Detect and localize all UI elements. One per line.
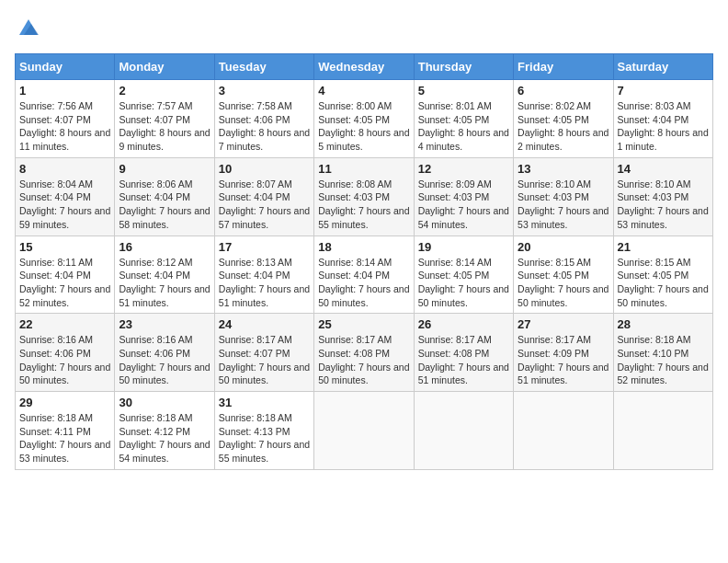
calendar-cell: 10 Sunrise: 8:07 AM Sunset: 4:04 PM Dayl… (214, 157, 313, 236)
sunrise-text: Sunrise: 8:10 AM (618, 178, 691, 190)
calendar-cell: 24 Sunrise: 8:17 AM Sunset: 4:07 PM Dayl… (214, 314, 313, 392)
day-info: Sunrise: 8:18 AM Sunset: 4:10 PM Dayligh… (618, 333, 709, 387)
calendar-cell: 11 Sunrise: 8:08 AM Sunset: 4:03 PM Dayl… (314, 157, 414, 236)
sunset-text: Sunset: 4:03 PM (418, 191, 490, 202)
day-number: 30 (119, 396, 210, 409)
day-number: 2 (119, 84, 210, 98)
day-number: 19 (418, 240, 509, 254)
daylight-text: Daylight: 7 hours and 55 minutes. (318, 205, 409, 230)
calendar-cell: 29 Sunrise: 8:18 AM Sunset: 4:11 PM Dayl… (16, 392, 115, 470)
day-info: Sunrise: 8:15 AM Sunset: 4:05 PM Dayligh… (618, 256, 709, 310)
daylight-text: Daylight: 8 hours and 2 minutes. (518, 127, 609, 152)
sunrise-text: Sunrise: 8:07 AM (219, 178, 292, 190)
calendar-cell: 7 Sunrise: 8:03 AM Sunset: 4:04 PM Dayli… (613, 80, 712, 158)
calendar-cell: 12 Sunrise: 8:09 AM Sunset: 4:03 PM Dayl… (414, 157, 513, 236)
sunset-text: Sunset: 4:05 PM (318, 114, 390, 125)
sunrise-text: Sunrise: 8:02 AM (518, 100, 591, 111)
day-info: Sunrise: 8:01 AM Sunset: 4:05 PM Dayligh… (418, 99, 509, 154)
daylight-text: Daylight: 7 hours and 57 minutes. (219, 205, 310, 230)
day-number: 16 (119, 240, 210, 254)
daylight-text: Daylight: 7 hours and 53 minutes. (518, 205, 609, 230)
sunrise-text: Sunrise: 8:14 AM (318, 257, 392, 268)
day-info: Sunrise: 8:14 AM Sunset: 4:04 PM Dayligh… (318, 256, 409, 310)
header-cell-saturday: Saturday (613, 54, 712, 80)
day-info: Sunrise: 8:18 AM Sunset: 4:12 PM Dayligh… (119, 411, 210, 465)
sunset-text: Sunset: 4:06 PM (19, 348, 91, 359)
header-cell-monday: Monday (115, 54, 214, 80)
sunrise-text: Sunrise: 8:10 AM (518, 178, 591, 190)
calendar-body: 1 Sunrise: 7:56 AM Sunset: 4:07 PM Dayli… (16, 80, 713, 470)
sunrise-text: Sunrise: 8:18 AM (19, 412, 93, 423)
day-info: Sunrise: 8:17 AM Sunset: 4:08 PM Dayligh… (318, 333, 409, 387)
sunrise-text: Sunrise: 8:18 AM (618, 334, 691, 345)
day-info: Sunrise: 8:15 AM Sunset: 4:05 PM Dayligh… (518, 256, 609, 310)
daylight-text: Daylight: 7 hours and 52 minutes. (618, 362, 709, 386)
day-info: Sunrise: 8:07 AM Sunset: 4:04 PM Dayligh… (219, 178, 310, 232)
sunset-text: Sunset: 4:11 PM (19, 426, 91, 437)
day-info: Sunrise: 8:10 AM Sunset: 4:03 PM Dayligh… (518, 178, 609, 232)
sunset-text: Sunset: 4:05 PM (518, 114, 589, 125)
calendar-week-1: 1 Sunrise: 7:56 AM Sunset: 4:07 PM Dayli… (16, 80, 713, 158)
daylight-text: Daylight: 7 hours and 53 minutes. (19, 439, 110, 464)
day-number: 1 (19, 84, 110, 98)
calendar-cell: 21 Sunrise: 8:15 AM Sunset: 4:05 PM Dayl… (613, 236, 712, 314)
day-info: Sunrise: 8:11 AM Sunset: 4:04 PM Dayligh… (19, 256, 110, 310)
day-number: 8 (19, 162, 110, 176)
daylight-text: Daylight: 7 hours and 50 minutes. (219, 362, 310, 386)
day-info: Sunrise: 7:56 AM Sunset: 4:07 PM Dayligh… (19, 99, 110, 154)
day-number: 6 (518, 84, 609, 98)
calendar-cell: 23 Sunrise: 8:16 AM Sunset: 4:06 PM Dayl… (115, 314, 214, 392)
day-info: Sunrise: 8:12 AM Sunset: 4:04 PM Dayligh… (119, 256, 210, 310)
header-row: SundayMondayTuesdayWednesdayThursdayFrid… (16, 54, 713, 80)
day-info: Sunrise: 8:18 AM Sunset: 4:11 PM Dayligh… (19, 411, 110, 465)
header-cell-thursday: Thursday (414, 54, 513, 80)
calendar-cell: 22 Sunrise: 8:16 AM Sunset: 4:06 PM Dayl… (16, 314, 115, 392)
sunset-text: Sunset: 4:05 PM (418, 270, 490, 281)
daylight-text: Daylight: 7 hours and 50 minutes. (618, 283, 709, 308)
calendar-cell: 15 Sunrise: 8:11 AM Sunset: 4:04 PM Dayl… (16, 236, 115, 314)
sunrise-text: Sunrise: 8:06 AM (119, 178, 192, 190)
day-info: Sunrise: 7:58 AM Sunset: 4:06 PM Dayligh… (219, 99, 310, 154)
day-number: 4 (318, 84, 409, 98)
daylight-text: Daylight: 7 hours and 50 minutes. (418, 283, 509, 308)
day-number: 3 (219, 84, 310, 98)
daylight-text: Daylight: 7 hours and 54 minutes. (119, 439, 210, 464)
day-number: 24 (219, 317, 310, 331)
day-info: Sunrise: 8:06 AM Sunset: 4:04 PM Dayligh… (119, 178, 210, 232)
calendar-cell (414, 392, 513, 470)
calendar-header: SundayMondayTuesdayWednesdayThursdayFrid… (16, 54, 713, 80)
sunrise-text: Sunrise: 8:17 AM (518, 334, 591, 345)
daylight-text: Daylight: 7 hours and 51 minutes. (518, 362, 609, 386)
sunset-text: Sunset: 4:08 PM (318, 348, 390, 359)
day-number: 9 (119, 162, 210, 176)
daylight-text: Daylight: 7 hours and 58 minutes. (119, 205, 210, 230)
day-info: Sunrise: 7:57 AM Sunset: 4:07 PM Dayligh… (119, 99, 210, 154)
calendar-week-4: 22 Sunrise: 8:16 AM Sunset: 4:06 PM Dayl… (16, 314, 713, 392)
day-number: 12 (418, 162, 509, 176)
header-cell-sunday: Sunday (16, 54, 115, 80)
header-cell-friday: Friday (514, 54, 613, 80)
day-info: Sunrise: 8:16 AM Sunset: 4:06 PM Dayligh… (119, 333, 210, 387)
day-number: 15 (19, 240, 110, 254)
calendar-week-5: 29 Sunrise: 8:18 AM Sunset: 4:11 PM Dayl… (16, 392, 713, 470)
calendar-cell: 13 Sunrise: 8:10 AM Sunset: 4:03 PM Dayl… (514, 157, 613, 236)
sunset-text: Sunset: 4:04 PM (19, 270, 91, 281)
day-number: 25 (318, 317, 409, 331)
daylight-text: Daylight: 7 hours and 53 minutes. (618, 205, 709, 230)
daylight-text: Daylight: 8 hours and 5 minutes. (318, 127, 409, 152)
day-info: Sunrise: 8:17 AM Sunset: 4:08 PM Dayligh… (418, 333, 509, 387)
day-number: 28 (618, 317, 709, 331)
sunset-text: Sunset: 4:07 PM (119, 114, 190, 125)
sunset-text: Sunset: 4:06 PM (219, 114, 290, 125)
calendar-cell: 9 Sunrise: 8:06 AM Sunset: 4:04 PM Dayli… (115, 157, 214, 236)
sunset-text: Sunset: 4:04 PM (219, 191, 290, 202)
sunrise-text: Sunrise: 7:57 AM (119, 100, 192, 111)
sunrise-text: Sunrise: 8:18 AM (119, 412, 192, 423)
day-info: Sunrise: 8:08 AM Sunset: 4:03 PM Dayligh… (318, 178, 409, 232)
sunrise-text: Sunrise: 8:03 AM (618, 100, 691, 111)
daylight-text: Daylight: 7 hours and 51 minutes. (119, 283, 210, 308)
sunrise-text: Sunrise: 8:17 AM (219, 334, 292, 345)
daylight-text: Daylight: 7 hours and 50 minutes. (19, 362, 110, 386)
day-info: Sunrise: 8:04 AM Sunset: 4:04 PM Dayligh… (19, 178, 110, 232)
day-info: Sunrise: 8:14 AM Sunset: 4:05 PM Dayligh… (418, 256, 509, 310)
